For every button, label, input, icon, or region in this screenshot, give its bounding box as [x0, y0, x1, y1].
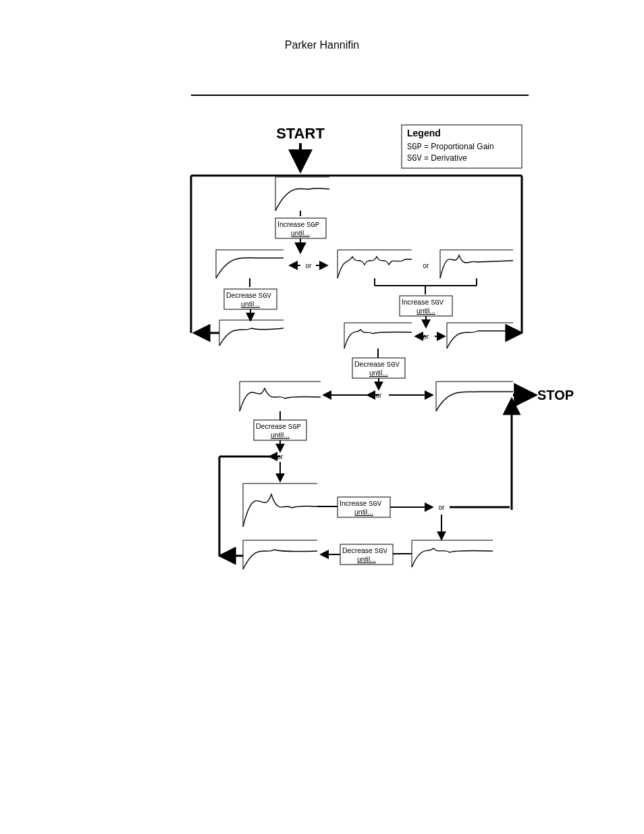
legend-sgv-code: SGV: [407, 154, 422, 163]
page: Parker Hannifin START Legend SGP = Propo…: [0, 0, 644, 834]
graph-r4-left: [240, 382, 321, 411]
graph-r3-left: [219, 320, 284, 346]
svg-text:until...: until...: [241, 300, 260, 308]
graph-r6-left: [243, 484, 317, 527]
svg-text:Decrease SGV: Decrease SGV: [354, 360, 400, 369]
svg-text:Decrease SGV: Decrease SGV: [342, 546, 387, 555]
box-increase-sgv: Increase SGV until...: [400, 296, 452, 316]
or-r2a: or: [306, 262, 313, 269]
or-r3: or: [423, 333, 430, 340]
box-decrease-sgp: Decrease SGP until...: [254, 420, 306, 440]
or-r2b: or: [423, 262, 430, 269]
svg-text:until...: until...: [357, 555, 376, 563]
flowchart-svg: START Legend SGP = Proportional Gain SGV…: [0, 0, 644, 834]
graph-r2-right: [440, 250, 513, 278]
box-decrease-sgv-1: Decrease SGV until...: [224, 289, 277, 309]
legend-box: Legend SGP = Proportional Gain SGV = Der…: [402, 125, 522, 168]
legend-sgp-code: SGP: [407, 142, 422, 152]
svg-text:SGV = Derivative: SGV = Derivative: [407, 153, 467, 163]
legend-title: Legend: [407, 128, 441, 138]
svg-text:Decrease SGV: Decrease SGV: [226, 291, 271, 300]
graph-r7-right: [412, 540, 493, 567]
graph-r2-left: [216, 250, 284, 278]
or-r6: or: [439, 504, 446, 511]
svg-text:Increase SGV: Increase SGV: [402, 298, 444, 307]
box-decrease-sgv-2: Decrease SGV until...: [352, 358, 405, 378]
graph-r2-mid: [338, 250, 412, 278]
or-r5: or: [277, 453, 284, 461]
graph-r3-mid: [344, 323, 412, 348]
legend-sgp-desc: = Proportional Gain: [422, 142, 494, 151]
legend-sgv-desc: = Derivative: [422, 153, 467, 163]
graph-r4-right: [436, 382, 513, 411]
graph-r7-left: [243, 540, 317, 569]
svg-text:until...: until...: [354, 508, 373, 516]
box-decrease-sgv-3: Decrease SGV until...: [340, 544, 393, 565]
box-increase-sgv-2: Increase SGV until...: [338, 497, 390, 517]
stop-label: STOP: [537, 388, 574, 402]
svg-text:until...: until...: [271, 431, 290, 439]
graph-r3-right: [447, 323, 513, 348]
svg-text:until...: until...: [417, 307, 435, 315]
svg-text:until...: until...: [369, 369, 388, 377]
svg-text:until...: until...: [291, 229, 310, 237]
svg-text:SGP = Proportional Gain: SGP = Proportional Gain: [407, 142, 494, 152]
graph-initial: [275, 177, 329, 211]
svg-text:Increase SGP: Increase SGP: [277, 220, 319, 229]
or-r4: or: [376, 392, 383, 399]
svg-text:Increase SGV: Increase SGV: [340, 499, 382, 508]
start-label: START: [276, 125, 325, 142]
svg-text:Decrease SGP: Decrease SGP: [256, 422, 301, 431]
box-increase-sgp: Increase SGP until...: [275, 218, 326, 238]
